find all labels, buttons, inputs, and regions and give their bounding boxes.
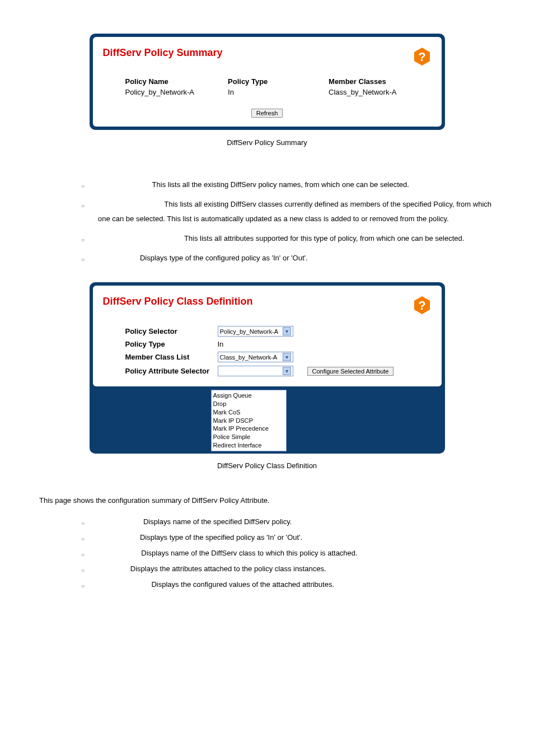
dropdown-option[interactable]: Mark IP DSCP	[213, 417, 284, 425]
list-item: ○ Attribute Value Displays the configure…	[81, 577, 500, 592]
list-item-text: Policy Selector This lists all the exist…	[98, 178, 498, 192]
dropdown-option[interactable]: Drop	[213, 400, 284, 408]
chevron-down-icon: ▾	[283, 327, 291, 335]
col-header: Policy Type	[228, 77, 295, 86]
summary-caption: DiffServ Policy Summary	[34, 138, 500, 147]
bullet-icon: ○	[81, 530, 98, 545]
chevron-down-icon: ▾	[283, 367, 291, 375]
svg-text:?: ?	[418, 50, 425, 64]
list-item: ○ Policy Attribute Selector This lists a…	[81, 231, 498, 246]
summary-panel-inner: DiffServ Policy Summary ? Policy Name Po…	[93, 37, 442, 127]
class-definition-inner: DiffServ Policy Class Definition ? Polic…	[93, 286, 442, 386]
list-item-text: Class Name Displays name of the DiffServ…	[98, 546, 500, 561]
form-rows: Policy Selector Policy_by_Network-A ▾ Po…	[103, 326, 432, 376]
list-item-text: Policy Attribute Selector This lists all…	[98, 231, 498, 246]
chevron-down-icon: ▾	[283, 353, 291, 361]
form-label: Policy Type	[125, 340, 218, 348]
form-row-member-class: Member Class List Class_by_Network-A ▾	[125, 352, 432, 362]
list-item: ○ Class Name Displays name of the DiffSe…	[81, 546, 500, 561]
definition-list-1: ○ Policy Selector This lists all the exi…	[34, 178, 500, 265]
definition-list-2: ○ Policy Name Displays name of the speci…	[34, 515, 500, 592]
list-item-text: Policy Type Displays type of the specifi…	[98, 530, 500, 545]
member-class-dropdown[interactable]: Class_by_Network-A ▾	[218, 352, 293, 362]
dropdown-value: Policy_by_Network-A	[220, 328, 279, 335]
col-value: Policy_by_Network-A	[125, 88, 195, 96]
col-header: Member Classes	[329, 77, 396, 86]
bullet-icon: ○	[81, 577, 98, 592]
list-item: ○ Attribute Displays the attributes atta…	[81, 562, 500, 576]
summary-title: DiffServ Policy Summary	[103, 47, 223, 59]
list-item: ○ Policy Name Displays name of the speci…	[81, 515, 500, 529]
summary-header: DiffServ Policy Summary ?	[103, 47, 432, 66]
dropdown-option[interactable]: Police Simple	[213, 433, 284, 441]
list-item-text: Policy Type Displays type of the configu…	[98, 251, 498, 265]
bullet-icon: ○	[81, 197, 98, 212]
dropdown-value: Class_by_Network-A	[220, 354, 278, 361]
attribute-dropdown-open[interactable]: Assign Queue Drop Mark CoS Mark IP DSCP …	[211, 390, 287, 451]
refresh-button[interactable]: Refresh	[251, 109, 283, 118]
bullet-icon: ○	[81, 546, 98, 561]
col-value: Class_by_Network-A	[329, 88, 396, 96]
dropdown-option[interactable]: Assign Queue	[213, 391, 284, 400]
dropdown-option[interactable]: Mark CoS	[213, 408, 284, 417]
list-item-text: Member Class List This lists all existin…	[98, 197, 498, 226]
form-label: Member Class List	[125, 353, 218, 361]
bullet-icon: ○	[81, 178, 98, 192]
form-label: Policy Selector	[125, 327, 218, 335]
help-icon[interactable]: ?	[413, 47, 432, 66]
form-row-attribute-selector: Policy Attribute Selector ▾ Configure Se…	[125, 366, 432, 376]
attribute-selector-dropdown[interactable]: ▾	[218, 366, 293, 376]
col-header: Policy Name	[125, 77, 195, 86]
bullet-icon: ○	[81, 515, 98, 529]
form-row-policy-selector: Policy Selector Policy_by_Network-A ▾	[125, 326, 432, 337]
configure-attribute-button[interactable]: Configure Selected Attribute	[307, 367, 394, 376]
col-value: In	[228, 88, 295, 96]
list-item-text: Attribute Value Displays the configured …	[98, 577, 500, 592]
form-label: Policy Attribute Selector	[125, 367, 218, 375]
class-definition-panel: DiffServ Policy Class Definition ? Polic…	[90, 282, 445, 454]
summary-panel: DiffServ Policy Summary ? Policy Name Po…	[90, 34, 445, 130]
list-item: ○ Member Class List This lists all exist…	[81, 197, 498, 226]
class-definition-wrap: DiffServ Policy Class Definition ? Polic…	[34, 282, 500, 454]
bullet-icon: ○	[81, 231, 98, 246]
refresh-row: Refresh	[103, 109, 432, 118]
list-item-text: Attribute Displays the attributes attach…	[98, 562, 500, 576]
policy-selector-dropdown[interactable]: Policy_by_Network-A ▾	[218, 326, 293, 337]
class-definition-header: DiffServ Policy Class Definition ?	[103, 296, 432, 315]
dropdown-option[interactable]: Redirect Interface	[213, 441, 284, 450]
summary-col-policy-type: Policy Type In	[228, 77, 295, 96]
form-value: In	[218, 340, 224, 348]
help-icon[interactable]: ?	[413, 296, 432, 315]
list-item-text: Policy Name Displays name of the specifi…	[98, 515, 500, 529]
list-item: ○ Policy Type Displays type of the speci…	[81, 530, 500, 545]
class-definition-caption: DiffServ Policy Class Definition	[34, 461, 500, 470]
list-item: ○ Policy Type Displays type of the confi…	[81, 251, 498, 265]
summary-col-member-classes: Member Classes Class_by_Network-A	[329, 77, 396, 96]
summary-columns: Policy Name Policy_by_Network-A Policy T…	[103, 77, 432, 96]
summary-col-policy-name: Policy Name Policy_by_Network-A	[125, 77, 195, 96]
list-item: ○ Policy Selector This lists all the exi…	[81, 178, 498, 192]
svg-text:?: ?	[418, 298, 425, 312]
dropdown-option[interactable]: Mark IP Precedence	[213, 424, 284, 433]
bullet-icon: ○	[81, 562, 98, 576]
attribute-summary-intro: This page shows the configuration summar…	[39, 495, 500, 507]
class-definition-title: DiffServ Policy Class Definition	[103, 296, 253, 307]
form-row-policy-type: Policy Type In	[125, 340, 432, 348]
bullet-icon: ○	[81, 251, 98, 265]
